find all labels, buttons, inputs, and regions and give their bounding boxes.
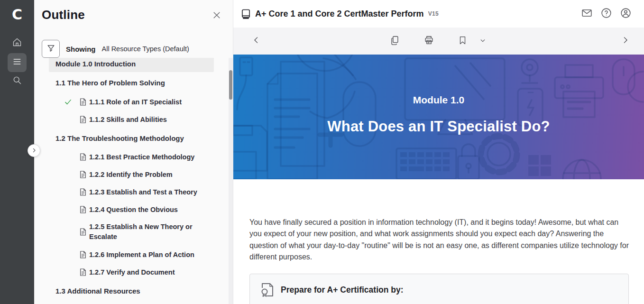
- document-icon: [80, 206, 86, 213]
- chevron-down-icon: [479, 37, 486, 46]
- main-area: A+ Core 1 and Core 2 CertMaster Perform …: [233, 0, 644, 304]
- document-icon: [80, 251, 86, 258]
- search-icon: [12, 75, 22, 87]
- outline-item-label: Module 1.0 Introduction: [55, 60, 136, 68]
- outline-item-1-3[interactable]: 1.3 Additional Resources: [34, 281, 229, 301]
- rail-item-home[interactable]: [8, 34, 27, 53]
- document-icon: [80, 228, 86, 236]
- outline-item-label: 1.1.2 Skills and Abilities: [89, 116, 167, 123]
- profile-icon: [620, 7, 632, 21]
- outline-item-label: 1.2.3 Establish and Test a Theory: [89, 188, 197, 196]
- outline-item-1-2-7[interactable]: 1.2.7 Verify and Document: [34, 263, 229, 281]
- list-icon: [12, 57, 22, 68]
- previous-page-button[interactable]: [245, 28, 267, 55]
- home-icon: [12, 37, 22, 49]
- filter-funnel-icon: [47, 44, 55, 54]
- help-icon: [600, 7, 612, 21]
- outline-item-1-2-1[interactable]: 1.2.1 Best Practice Methodology: [34, 148, 229, 166]
- course-version-badge: V15: [428, 10, 439, 17]
- outline-item-label: 1.1.1 Role of an IT Specialist: [89, 98, 182, 106]
- outline-item-1-1[interactable]: 1.1 The Hero of Problem Solving: [34, 72, 229, 93]
- lesson-content: You have finally secured a position in i…: [233, 179, 644, 304]
- outline-item-module-intro[interactable]: Module 1.0 Introduction: [49, 58, 214, 72]
- help-button[interactable]: [598, 6, 614, 22]
- banner-headline: What Does an IT Specialist Do?: [233, 118, 644, 135]
- close-icon: [212, 10, 221, 22]
- certificate-icon: [260, 282, 275, 297]
- completed-check-icon: [64, 98, 72, 105]
- mail-icon: [581, 7, 593, 21]
- outline-item-label: 1.3 Additional Resources: [55, 287, 140, 295]
- outline-item-label: 1.2.4 Question the Obvious: [89, 206, 178, 213]
- panel-expand-button[interactable]: [28, 144, 40, 157]
- outline-panel: Outline Showing All Resource Types (Defa…: [34, 0, 233, 304]
- document-icon: [80, 116, 86, 123]
- messages-button[interactable]: [579, 6, 595, 22]
- profile-button[interactable]: [617, 6, 634, 22]
- callout-title: Prepare for A+ Certification by:: [281, 285, 404, 295]
- bookmark-menu-button[interactable]: [472, 31, 493, 52]
- outline-item-label: 1.1 The Hero of Problem Solving: [55, 79, 165, 87]
- document-icon: [80, 98, 86, 106]
- outline-item-1-2-2[interactable]: 1.2.2 Identify the Problem: [34, 166, 229, 183]
- outline-item-1-1-1[interactable]: 1.1.1 Role of an IT Specialist: [34, 93, 229, 111]
- filter-button[interactable]: [42, 40, 60, 58]
- filter-row: Showing All Resource Types (Default): [42, 40, 189, 58]
- certification-callout: Prepare for A+ Certification by: Describ…: [249, 274, 629, 304]
- lesson-paragraph: You have finally secured a position in i…: [249, 217, 629, 263]
- chevron-right-icon: [31, 147, 37, 155]
- bookmark-icon: [458, 35, 468, 47]
- outline-item-1-2-5[interactable]: 1.2.5 Establish a New Theory or Escalate: [34, 218, 229, 246]
- outline-item-1-2[interactable]: 1.2 The Troubleshooting Methodology: [34, 128, 229, 148]
- copy-button[interactable]: [385, 31, 405, 52]
- outline-item-1-2-4[interactable]: 1.2.4 Question the Obvious: [34, 201, 229, 218]
- outline-close-button[interactable]: [210, 9, 223, 23]
- next-page-button[interactable]: [614, 28, 636, 55]
- rail-item-outline[interactable]: [8, 53, 27, 72]
- copy-icon: [390, 35, 400, 47]
- callout-header: Prepare for A+ Certification by:: [260, 282, 617, 297]
- outline-list: Module 1.0 Introduction 1.1 The Hero of …: [34, 58, 229, 304]
- book-icon: [241, 9, 250, 19]
- chevron-left-icon: [252, 36, 260, 46]
- bookmark-button[interactable]: [452, 31, 473, 52]
- outline-item-label: 1.2.6 Implement a Plan of Action: [89, 251, 194, 258]
- outline-panel-title: Outline: [42, 8, 85, 22]
- outline-scrollbar-thumb[interactable]: [229, 70, 232, 100]
- showing-value: All Resource Types (Default): [102, 45, 189, 53]
- course-titlebar: A+ Core 1 and Core 2 CertMaster Perform …: [233, 0, 644, 28]
- chevron-right-icon: [621, 36, 629, 46]
- tech-icons-pattern: [233, 55, 644, 179]
- banner-module-label: Module 1.0: [233, 94, 644, 106]
- rail-item-search[interactable]: [8, 72, 27, 91]
- showing-label: Showing: [66, 45, 96, 53]
- print-button[interactable]: [419, 31, 440, 52]
- outline-scrollbar-track[interactable]: [229, 58, 233, 304]
- outline-item-label: 1.2.2 Identify the Problem: [89, 171, 173, 178]
- outline-item-1-2-3[interactable]: 1.2.3 Establish and Test a Theory: [34, 183, 229, 201]
- document-icon: [80, 188, 86, 196]
- outline-item-label: 1.2 The Troubleshooting Methodology: [55, 134, 184, 142]
- course-title: A+ Core 1 and Core 2 CertMaster Perform: [255, 9, 424, 19]
- module-banner: Module 1.0 What Does an IT Specialist Do…: [233, 55, 644, 179]
- print-icon: [424, 35, 434, 47]
- document-icon: [80, 171, 86, 178]
- lesson-toolbar: [233, 28, 644, 55]
- document-icon: [80, 153, 86, 161]
- toolbar-center-group: [385, 28, 493, 55]
- outline-item-1-1-2[interactable]: 1.1.2 Skills and Abilities: [34, 111, 229, 128]
- outline-item-label: 1.2.5 Establish a New Theory or Escalate: [89, 222, 197, 242]
- outline-item-1-2-6[interactable]: 1.2.6 Implement a Plan of Action: [34, 246, 229, 263]
- comptia-logo[interactable]: C: [0, 4, 34, 25]
- outline-item-label: 1.2.1 Best Practice Methodology: [89, 153, 194, 161]
- document-icon: [80, 268, 86, 276]
- outline-item-label: 1.2.7 Verify and Document: [89, 268, 175, 276]
